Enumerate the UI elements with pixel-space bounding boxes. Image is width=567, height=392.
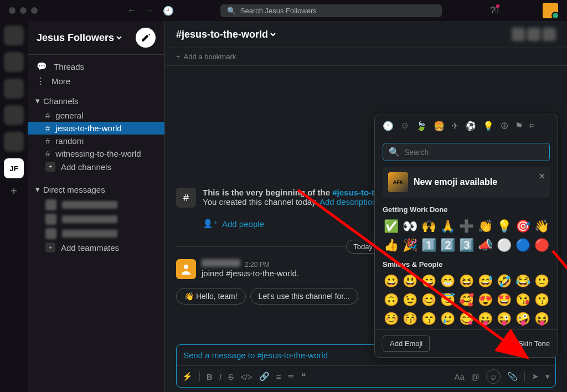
- dm-section-header[interactable]: ▾ Direct messages: [28, 181, 164, 198]
- tab-activities-icon[interactable]: ⚽: [465, 121, 476, 131]
- emoji-cell[interactable]: 👏: [477, 218, 493, 235]
- add-teammates-button[interactable]: +Add teammates: [28, 241, 164, 254]
- suggestion-channel-purpose[interactable]: Let's use this channel for...: [250, 288, 358, 305]
- shortcuts-icon[interactable]: ⚡: [182, 372, 193, 381]
- workspace-item[interactable]: [4, 79, 24, 99]
- channel-jesus-to-the-world[interactable]: #jesus-to-the-world: [28, 122, 164, 135]
- workspace-item[interactable]: [4, 105, 24, 125]
- tab-travel-icon[interactable]: ✈: [451, 121, 458, 131]
- emoji-button[interactable]: ☺: [486, 369, 501, 384]
- emoji-cell[interactable]: 😝: [533, 311, 550, 327]
- emoji-cell[interactable]: ⚪: [496, 237, 512, 254]
- emoji-cell[interactable]: 2️⃣: [439, 237, 456, 254]
- threads-nav[interactable]: 💬 Threads: [28, 59, 164, 74]
- emoji-cell[interactable]: ✅: [383, 218, 399, 235]
- emoji-cell[interactable]: 😚: [401, 311, 418, 327]
- channel-random[interactable]: #random: [28, 135, 164, 147]
- back-button[interactable]: ←: [125, 3, 138, 18]
- ordered-list-icon[interactable]: ≡: [276, 372, 281, 381]
- tab-objects-icon[interactable]: 💡: [483, 121, 494, 131]
- tab-smileys-icon[interactable]: ☺: [400, 121, 409, 131]
- emoji-cell[interactable]: 😛: [477, 311, 493, 327]
- emoji-cell[interactable]: 🔵: [514, 237, 531, 254]
- close-window[interactable]: [9, 7, 16, 14]
- emoji-cell[interactable]: 🤣: [496, 273, 512, 290]
- emoji-cell[interactable]: 🙏: [439, 218, 456, 235]
- emoji-cell[interactable]: 😁: [439, 273, 456, 290]
- channels-section-header[interactable]: ▾ Channels: [28, 92, 164, 109]
- help-button[interactable]: ?⃝: [491, 6, 499, 16]
- user-avatar[interactable]: [543, 3, 558, 18]
- dm-item[interactable]: [28, 212, 164, 226]
- emoji-cell[interactable]: 😗: [533, 292, 550, 308]
- emoji-cell[interactable]: 😇: [439, 292, 456, 308]
- emoji-cell[interactable]: 😄: [420, 273, 437, 290]
- compose-button[interactable]: [136, 28, 156, 48]
- emoji-cell[interactable]: 🙃: [383, 292, 399, 308]
- emoji-cell[interactable]: 😉: [401, 292, 418, 308]
- message-author[interactable]: [202, 259, 240, 267]
- emoji-search[interactable]: 🔍: [383, 143, 550, 161]
- channel-witnessing[interactable]: #witnessing-to-the-world: [28, 147, 164, 160]
- emoji-cell[interactable]: ☺️: [383, 311, 399, 327]
- send-options-icon[interactable]: ▾: [545, 372, 550, 381]
- tab-recent-icon[interactable]: 🕘: [383, 121, 394, 131]
- emoji-cell[interactable]: 👍: [383, 237, 399, 254]
- maximize-window[interactable]: [31, 7, 38, 14]
- more-nav[interactable]: ⋮ More: [28, 74, 164, 88]
- emoji-cell[interactable]: 🥲: [439, 311, 456, 327]
- tab-custom-icon[interactable]: ⌗: [529, 121, 534, 131]
- workspace-item-active[interactable]: JF: [4, 158, 24, 178]
- add-emoji-button[interactable]: Add Emoji: [383, 336, 430, 352]
- emoji-cell[interactable]: 😀: [383, 273, 399, 290]
- emoji-cell[interactable]: 😘: [514, 292, 531, 308]
- emoji-cell[interactable]: 😙: [420, 311, 437, 327]
- forward-button[interactable]: →: [143, 3, 156, 18]
- emoji-cell[interactable]: 😂: [514, 273, 531, 290]
- skin-tone-button[interactable]: ✋ Skin Tone: [506, 339, 550, 348]
- workspace-item[interactable]: [4, 52, 24, 72]
- channel-general[interactable]: #general: [28, 109, 164, 122]
- emoji-cell[interactable]: 😍: [477, 292, 493, 308]
- tab-nature-icon[interactable]: 🍃: [416, 121, 427, 131]
- minimize-window[interactable]: [20, 7, 27, 14]
- add-description-link[interactable]: Add description: [319, 197, 377, 207]
- tab-symbols-icon[interactable]: ☮: [501, 121, 508, 131]
- emoji-cell[interactable]: 3️⃣: [458, 237, 475, 254]
- emoji-cell[interactable]: ➕: [458, 218, 475, 235]
- mention-icon[interactable]: @: [471, 372, 480, 381]
- italic-icon[interactable]: I: [219, 372, 221, 381]
- strike-icon[interactable]: S: [228, 372, 234, 381]
- emoji-cell[interactable]: 👋: [533, 218, 550, 235]
- add-channels-button[interactable]: +Add channels: [28, 160, 164, 173]
- avatar[interactable]: [176, 259, 196, 279]
- link-icon[interactable]: 🔗: [259, 372, 270, 381]
- emoji-cell[interactable]: 😜: [496, 311, 512, 327]
- attach-icon[interactable]: 📎: [507, 372, 518, 381]
- emoji-cell[interactable]: 🤪: [514, 311, 531, 327]
- tab-food-icon[interactable]: 🍔: [434, 121, 445, 131]
- emoji-search-input[interactable]: [404, 148, 544, 157]
- bold-icon[interactable]: B: [207, 372, 213, 381]
- emoji-cell[interactable]: 🔴: [533, 237, 550, 254]
- emoji-cell[interactable]: 👀: [401, 218, 418, 235]
- emoji-cell[interactable]: 🥰: [458, 292, 475, 308]
- bullet-list-icon[interactable]: ≣: [287, 372, 295, 381]
- emoji-cell[interactable]: 🙂: [533, 273, 550, 290]
- emoji-cell[interactable]: 😆: [458, 273, 475, 290]
- dm-item[interactable]: [28, 226, 164, 241]
- emoji-cell[interactable]: 🤩: [496, 292, 512, 308]
- emoji-cell[interactable]: 😃: [401, 273, 418, 290]
- channel-title-button[interactable]: #jesus-to-the-world: [176, 29, 276, 40]
- close-icon[interactable]: ✕: [538, 171, 545, 182]
- add-workspace-button[interactable]: +: [11, 185, 17, 198]
- send-button[interactable]: ➤: [532, 372, 539, 381]
- emoji-cell[interactable]: 🙌: [420, 218, 437, 235]
- emoji-cell[interactable]: 🎉: [401, 237, 418, 254]
- dm-item[interactable]: [28, 198, 164, 212]
- code-icon[interactable]: </>: [240, 372, 252, 381]
- emoji-cell[interactable]: 😊: [420, 292, 437, 308]
- add-bookmark-button[interactable]: + Add a bookmark: [165, 48, 567, 66]
- member-avatars[interactable]: [512, 28, 556, 41]
- new-emoji-banner[interactable]: AFK New emoji available ✕: [383, 167, 550, 198]
